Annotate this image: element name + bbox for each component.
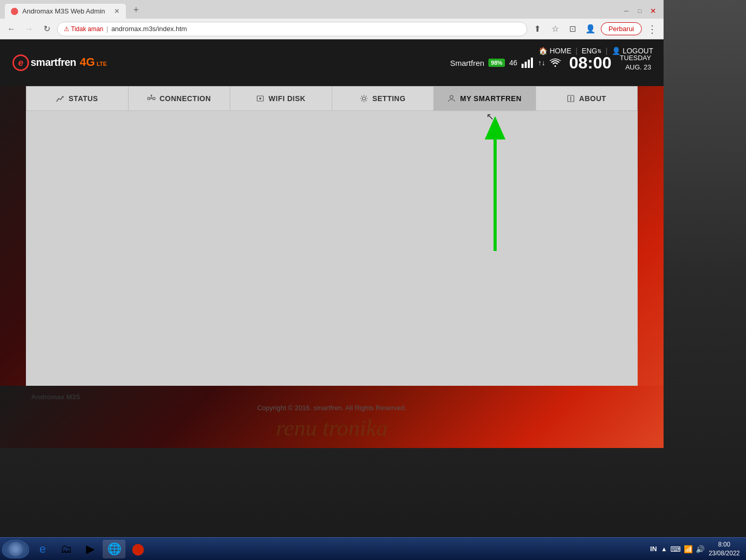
- wifi-disk-icon: [256, 94, 264, 103]
- logo-lte-text: LTE: [96, 61, 107, 67]
- svg-rect-1: [525, 62, 527, 68]
- chart-icon: [56, 94, 64, 103]
- svg-marker-8: [150, 94, 152, 96]
- reload-button[interactable]: ↻: [39, 22, 54, 36]
- tab-status-label: STATUS: [68, 94, 98, 103]
- split-view-icon[interactable]: ⊡: [566, 22, 580, 36]
- minimize-icon[interactable]: ─: [620, 5, 632, 17]
- nav-tabs: STATUS CONNECTION: [26, 86, 638, 111]
- start-button[interactable]: [2, 540, 29, 558]
- tab-setting-label: SETTING: [372, 94, 405, 103]
- lock-icon: ⚠: [64, 25, 69, 33]
- copyright-text: Copyright © 2016. smartfren. All Rights …: [31, 404, 632, 412]
- active-tab[interactable]: Andromax M3S Web Admin ✕: [4, 3, 126, 19]
- home-nav-icon: 🏠: [539, 47, 547, 55]
- data-transfer-icon: ↑↓: [538, 59, 545, 67]
- about-icon: [567, 94, 575, 103]
- connection-icon: [147, 94, 156, 103]
- bookmark-icon[interactable]: ☆: [548, 22, 562, 36]
- tray-keyboard-icon: ⌨: [670, 545, 681, 553]
- share-icon[interactable]: ⬆: [530, 22, 545, 36]
- tray-up-icon[interactable]: ▲: [661, 545, 667, 553]
- logout-nav-link[interactable]: LOGOUT: [623, 47, 653, 55]
- watermark-text: renu tronika: [31, 415, 632, 441]
- wifi-icon: [550, 58, 561, 67]
- tab-connection[interactable]: CONNECTION: [128, 86, 230, 111]
- new-tab-button[interactable]: +: [129, 3, 143, 17]
- svg-point-11: [362, 97, 365, 100]
- not-secure-indicator: ⚠ Tidak aman: [64, 25, 103, 33]
- tab-close-icon[interactable]: ✕: [109, 7, 120, 15]
- nav-sep-2: |: [601, 47, 612, 55]
- svg-rect-0: [522, 64, 524, 68]
- date-display: TUESDAY AUG. 23: [620, 53, 651, 72]
- tab-about-label: ABOUT: [579, 94, 606, 103]
- url-text: andromax.m3s/index.htm: [111, 25, 187, 33]
- language-indicator: IN: [650, 545, 657, 553]
- tab-about[interactable]: ABOUT: [536, 86, 638, 111]
- svg-rect-2: [528, 60, 530, 68]
- date-label: AUG. 23: [620, 63, 651, 72]
- status-bar: Smartfren 98% 46 ↑↓: [450, 58, 560, 68]
- svg-point-12: [450, 95, 453, 99]
- page-content: e smartfren 4G LTE Smartfren 98% 46: [0, 39, 664, 448]
- mouse-cursor: ↖: [486, 112, 494, 121]
- svg-rect-4: [148, 97, 150, 100]
- tab-setting[interactable]: SETTING: [332, 86, 434, 111]
- tab-favicon: [11, 8, 18, 15]
- setting-icon: [360, 94, 368, 103]
- signal-bars-icon: [522, 58, 534, 68]
- battery-indicator: 98%: [488, 59, 505, 67]
- taskbar-file-explorer-icon[interactable]: 🗂: [55, 540, 78, 558]
- green-arrow-annotation: [477, 111, 513, 256]
- tab-title: Andromax M3S Web Admin: [22, 7, 105, 15]
- logo-brand-text: smartfren: [31, 57, 76, 68]
- taskbar-date: 23/08/2022: [709, 549, 740, 558]
- svg-point-10: [259, 97, 261, 100]
- lang-nav-link[interactable]: ENG: [582, 47, 597, 55]
- main-content-area: ↖: [26, 111, 638, 386]
- menu-dots-icon[interactable]: ⋮: [645, 22, 659, 36]
- taskbar-media-icon[interactable]: ▶: [79, 540, 102, 558]
- taskbar-app5-icon[interactable]: ⬤: [126, 540, 149, 558]
- maximize-icon[interactable]: □: [634, 5, 646, 17]
- tab-status[interactable]: STATUS: [26, 86, 128, 111]
- logo-e-icon: e: [12, 54, 29, 71]
- nav-sep-1: |: [571, 47, 582, 55]
- address-bar: ← → ↻ ⚠ Tidak aman | andromax.m3s/index.…: [0, 19, 664, 39]
- tray-icons: ▲ ⌨ 📶 🔊: [661, 545, 705, 553]
- taskbar-items: e 🗂 ▶ 🌐 ⬤: [31, 540, 149, 558]
- device-name: Andromax M3S: [31, 393, 632, 401]
- address-input[interactable]: ⚠ Tidak aman | andromax.m3s/index.htm: [57, 22, 527, 36]
- taskbar-right: IN ▲ ⌨ 📶 🔊 8:00 23/08/2022: [650, 540, 744, 558]
- lang-toggle-icon: ⇅: [597, 48, 601, 54]
- tray-volume-icon[interactable]: 🔊: [696, 545, 705, 553]
- svg-rect-3: [531, 58, 533, 68]
- perbarui-button[interactable]: Perbarui: [601, 22, 642, 35]
- tab-wifi-disk[interactable]: WIFI DISK: [230, 86, 332, 111]
- time-display: 08:00: [569, 53, 612, 73]
- tab-my-smartfren-label: MY SMARTFREN: [460, 94, 522, 103]
- taskbar-ie-icon[interactable]: e: [31, 540, 54, 558]
- back-button[interactable]: ←: [4, 22, 19, 36]
- close-icon[interactable]: ✕: [647, 5, 659, 17]
- tab-wifi-disk-label: WIFI DISK: [269, 94, 305, 103]
- taskbar-clock[interactable]: 8:00 23/08/2022: [709, 540, 740, 558]
- signal-number: 46: [509, 59, 517, 67]
- taskbar-time: 8:00: [709, 540, 740, 549]
- smartfren-logo: e smartfren 4G LTE: [12, 54, 107, 71]
- taskbar: e 🗂 ▶ 🌐 ⬤ IN ▲ ⌨ 📶 🔊: [0, 537, 746, 560]
- tab-my-smartfren[interactable]: MY SMARTFREN: [433, 86, 536, 111]
- tab-connection-label: CONNECTION: [160, 94, 211, 103]
- svg-rect-5: [153, 97, 155, 100]
- taskbar-chrome-icon[interactable]: 🌐: [103, 540, 125, 558]
- my-smartfren-icon: [447, 94, 456, 103]
- home-nav-link[interactable]: HOME: [550, 47, 571, 55]
- logout-icon: 👤: [612, 47, 621, 55]
- profile-icon[interactable]: 👤: [583, 22, 598, 36]
- logo-4g-text: 4G: [80, 55, 95, 69]
- tray-signal-icon: 📶: [684, 545, 693, 553]
- carrier-label: Smartfren: [450, 59, 484, 67]
- url-separator: |: [106, 25, 108, 33]
- forward-button[interactable]: →: [22, 22, 36, 36]
